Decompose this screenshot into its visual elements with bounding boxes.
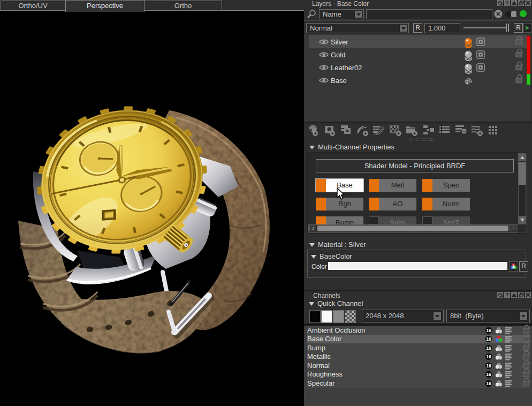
svg-text:?: ? <box>505 1 508 6</box>
svg-text:?: ? <box>505 292 508 298</box>
